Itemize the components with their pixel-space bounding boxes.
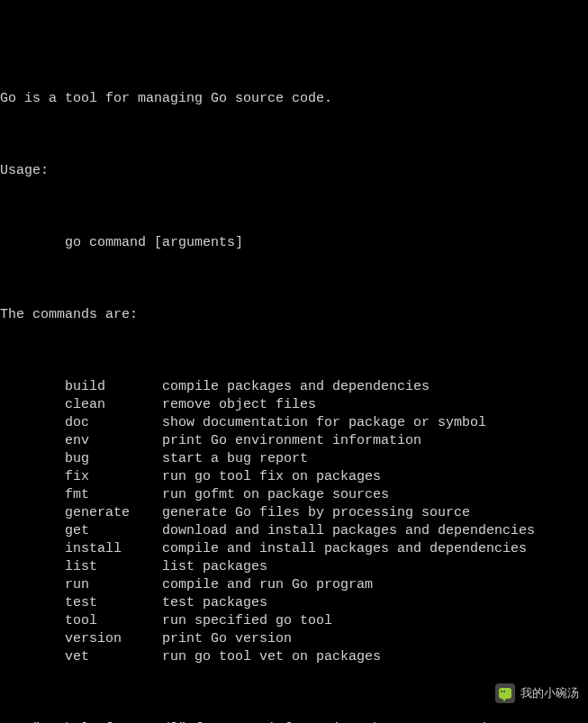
intro-line: Go is a tool for managing Go source code… <box>0 90 588 108</box>
command-row: vet run go tool vet on packages <box>0 648 588 666</box>
watermark: 我的小碗汤 <box>495 683 579 703</box>
command-row: run compile and run Go program <box>0 576 588 594</box>
blank-line <box>0 270 588 288</box>
usage-label: Usage: <box>0 162 588 180</box>
commands-header: The commands are: <box>0 306 588 324</box>
commands-list: build compile packages and dependencies … <box>0 378 588 666</box>
usage-line: go command [arguments] <box>0 234 588 252</box>
command-row: fmt run gofmt on package sources <box>0 486 588 504</box>
command-row: fix run go tool fix on packages <box>0 468 588 486</box>
command-row: build compile packages and dependencies <box>0 378 588 396</box>
command-row: get download and install packages and de… <box>0 522 588 540</box>
command-row: clean remove object files <box>0 396 588 414</box>
command-row: generate generate Go files by processing… <box>0 504 588 522</box>
blank-line <box>0 198 588 216</box>
command-row: install compile and install packages and… <box>0 540 588 558</box>
command-row: doc show documentation for package or sy… <box>0 414 588 432</box>
command-row: test test packages <box>0 594 588 612</box>
command-row: env print Go environment information <box>0 432 588 450</box>
command-row: list list packages <box>0 558 588 576</box>
command-row: version print Go version <box>0 630 588 648</box>
terminal-output: Go is a tool for managing Go source code… <box>0 72 588 723</box>
wechat-icon <box>495 683 515 703</box>
blank-line <box>0 342 588 360</box>
command-row: tool run specified go tool <box>0 612 588 630</box>
watermark-text: 我的小碗汤 <box>520 684 579 702</box>
blank-line <box>0 126 588 144</box>
command-row: bug start a bug report <box>0 450 588 468</box>
